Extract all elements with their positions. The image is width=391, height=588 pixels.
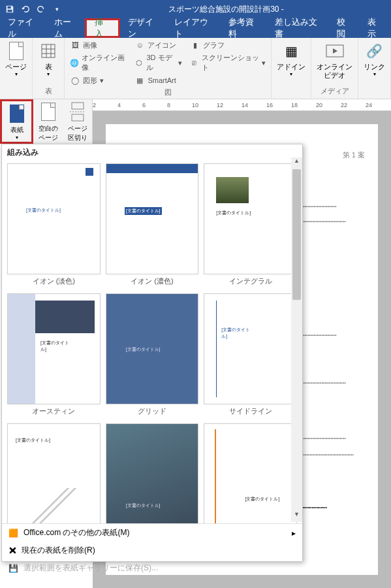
blank-page-icon xyxy=(39,101,57,123)
cover-template-sideline[interactable]: [文書のタイトル]サイドライン xyxy=(204,293,297,418)
cover-template-label: サイドライン xyxy=(204,404,297,418)
group-illustrations: 🖼画像 🌐オンライン画像 ◯図形 ▾ ☺アイコン ⬡3D モデル ▾ ▦Smar… xyxy=(65,38,272,99)
tab-view[interactable]: 表示 xyxy=(360,18,391,38)
gallery-scrollbar[interactable]: ▲ ▼ xyxy=(291,157,302,522)
gallery-section-header: 組み込み xyxy=(2,144,302,161)
cover-template-slice-light[interactable]: [文書のタイトル]スライス (淡色) xyxy=(7,423,101,523)
cover-template-label: イオン (濃色) xyxy=(106,274,199,288)
cover-template-slice-dark[interactable]: [文書のタイトル]スライス (濃色) xyxy=(106,423,199,523)
remove-icon: 🗙 xyxy=(8,546,16,555)
tab-file[interactable]: ファイル xyxy=(0,18,46,38)
picture-icon: 🖼 xyxy=(70,40,80,50)
thumb-title: [文書のタイトル] xyxy=(16,437,50,444)
tab-design[interactable]: デザイン xyxy=(120,18,166,38)
save-to-gallery-item: 💾 選択範囲を表紙ギャラリーに保存(S)... xyxy=(2,559,302,577)
remove-cover-item[interactable]: 🗙 現在の表紙を削除(R) xyxy=(2,542,302,559)
links-button[interactable]: 🔗リンク▾ xyxy=(361,39,388,78)
online-pictures-button[interactable]: 🌐オンライン画像 xyxy=(67,52,129,73)
chevron-right-icon: ▸ xyxy=(292,529,296,538)
ruler-mark: 8 xyxy=(167,102,170,108)
svg-rect-1 xyxy=(8,10,12,12)
ruler-mark: 4 xyxy=(117,102,121,108)
pages-button[interactable]: ページ ▾ xyxy=(3,39,29,78)
cover-template-grid[interactable]: [文書のタイトル]グリッド xyxy=(106,293,199,418)
qat-dropdown-icon[interactable]: ▾ xyxy=(50,2,64,16)
cover-template-ion-dark[interactable]: [文書のタイトル]イオン (濃色) xyxy=(106,163,199,288)
ruler-mark: 24 xyxy=(366,102,372,108)
ruler-mark: 16 xyxy=(266,102,273,108)
save-icon[interactable] xyxy=(3,2,17,16)
tab-home[interactable]: ホーム xyxy=(46,18,85,38)
ruler-mark: 10 xyxy=(192,102,198,108)
addins-button[interactable]: ▦アドイン▾ xyxy=(274,39,308,78)
icons-button[interactable]: ☺アイコン xyxy=(132,39,184,51)
thumb-title: [文書のタイトル] xyxy=(40,340,73,353)
tab-mailings[interactable]: 差し込み文書 xyxy=(267,18,329,38)
chart-icon: ▮ xyxy=(190,40,200,50)
group-pages: ページ ▾ xyxy=(0,38,33,99)
shapes-icon: ◯ xyxy=(70,75,80,86)
screenshot-button[interactable]: ⎚スクリーンショット ▾ xyxy=(187,52,269,73)
cover-page-icon xyxy=(8,103,26,124)
thumb-title: [文書のタイトル] xyxy=(243,496,279,502)
smartart-button[interactable]: ▦SmartArt xyxy=(132,74,184,86)
cube-icon: ⬡ xyxy=(134,57,144,68)
ruler-mark: 14 xyxy=(242,102,248,108)
svg-rect-0 xyxy=(8,7,11,9)
3dmodel-button[interactable]: ⬡3D モデル ▾ xyxy=(132,52,184,73)
smartart-icon: ▦ xyxy=(134,75,145,86)
ruler-mark: 18 xyxy=(291,102,298,108)
cover-template-integral[interactable]: [文書のタイトル]インテグラル xyxy=(204,163,297,288)
cover-template-label: オースティン xyxy=(7,404,101,418)
group-addins: ▦アドイン▾ xyxy=(272,38,311,99)
online-video-button[interactable]: オンライン ビデオ xyxy=(314,39,355,81)
thumb-title: [文書のタイトル] xyxy=(126,346,161,353)
group-media: オンライン ビデオ メディア xyxy=(311,38,358,99)
online-picture-icon: 🌐 xyxy=(70,57,79,68)
redo-icon[interactable] xyxy=(34,2,48,16)
save-gallery-icon: 💾 xyxy=(8,564,18,573)
tab-layout[interactable]: レイアウト xyxy=(166,18,221,38)
more-covers-item[interactable]: 🟧 Office.com のその他の表紙(M) ▸ xyxy=(2,524,302,542)
tab-review[interactable]: 校閲 xyxy=(329,18,360,38)
ruler-mark: 20 xyxy=(316,102,322,108)
scroll-thumb[interactable] xyxy=(292,169,301,300)
cover-thumbnail: [文書のタイトル] xyxy=(7,423,101,523)
pictures-button[interactable]: 🖼画像 xyxy=(67,39,129,51)
tab-references[interactable]: 参考資料 xyxy=(221,18,267,38)
page-break-button[interactable]: ページ 区切り xyxy=(63,99,92,144)
svg-rect-10 xyxy=(72,114,84,121)
cover-thumbnail: [文書のタイトル] xyxy=(7,293,101,404)
undo-icon[interactable] xyxy=(18,2,33,16)
chart-button[interactable]: ▮グラフ xyxy=(187,39,269,51)
icons-icon: ☺ xyxy=(134,40,145,50)
link-icon: 🔗 xyxy=(364,41,385,61)
table-icon xyxy=(38,41,59,61)
page-icon xyxy=(6,41,27,61)
svg-rect-9 xyxy=(72,103,84,109)
blank-page-button[interactable]: 空白の ページ xyxy=(33,99,63,144)
group-tables: 表 ▾ 表 xyxy=(33,38,65,99)
cover-template-ion-light[interactable]: [文書のタイトル]イオン (淡色) xyxy=(7,163,101,288)
pages-sub-ribbon: 表紙 ▾ 空白の ページ ページ 区切り xyxy=(0,99,93,144)
cover-template-label: インテグラル xyxy=(204,274,297,288)
scroll-up-icon[interactable]: ▲ xyxy=(291,157,302,169)
shapes-button[interactable]: ◯図形 ▾ xyxy=(67,74,129,86)
cover-thumbnail: [文書のタイトル] xyxy=(204,423,297,523)
cover-thumbnail: [文書のタイトル] xyxy=(204,163,297,274)
window-title: スポーツ総合施設の開設計画30 - xyxy=(64,4,388,15)
thumb-title: [文書のタイトル] xyxy=(216,210,251,216)
ribbon-tabs: ファイル ホーム 挿入 デザイン レイアウト 参考資料 差し込み文書 校閲 表示 xyxy=(0,18,391,38)
cover-page-button[interactable]: 表紙 ▾ xyxy=(0,99,33,144)
ruler-mark: 6 xyxy=(142,102,146,108)
tab-insert[interactable]: 挿入 xyxy=(85,18,120,38)
svg-rect-2 xyxy=(42,44,55,57)
group-links: 🔗リンク▾ xyxy=(358,38,391,99)
table-button[interactable]: 表 ▾ xyxy=(35,39,61,78)
addin-icon: ▦ xyxy=(281,41,302,61)
screenshot-icon: ⎚ xyxy=(190,57,199,68)
cover-thumbnail: [文書のタイトル] xyxy=(106,293,199,404)
cover-template-semaphore[interactable]: [文書のタイトル]セマフォ xyxy=(204,423,297,523)
cover-template-austin[interactable]: [文書のタイトル]オースティン xyxy=(7,293,101,418)
scroll-down-icon[interactable]: ▼ xyxy=(291,511,302,522)
